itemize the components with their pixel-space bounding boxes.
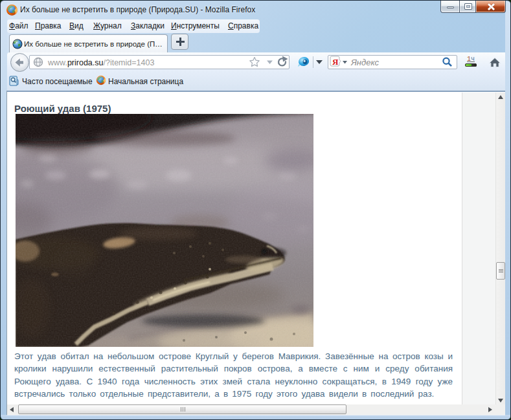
svg-text:Я: Я [332,57,339,67]
